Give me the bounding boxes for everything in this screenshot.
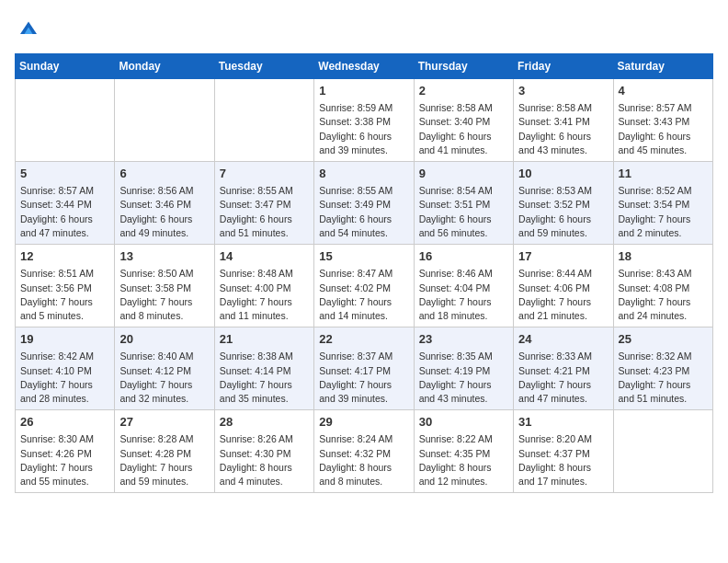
day-number: 12 (20, 248, 109, 265)
day-info: Sunrise: 8:57 AM Sunset: 3:43 PM Dayligh… (619, 101, 708, 157)
calendar-day-cell: 6Sunrise: 8:56 AM Sunset: 3:46 PM Daylig… (115, 162, 214, 245)
calendar-week-row: 5Sunrise: 8:57 AM Sunset: 3:44 PM Daylig… (16, 162, 713, 245)
day-number: 21 (220, 331, 309, 348)
day-info: Sunrise: 8:46 AM Sunset: 4:04 PM Dayligh… (419, 267, 508, 323)
logo-icon (15, 15, 42, 42)
day-number: 27 (119, 414, 209, 431)
day-number: 10 (518, 166, 608, 182)
day-number: 30 (419, 414, 508, 431)
calendar-day-cell (16, 79, 115, 162)
weekday-header: Wednesday (314, 54, 414, 79)
day-info: Sunrise: 8:47 AM Sunset: 4:02 PM Dayligh… (319, 267, 408, 323)
calendar-day-cell: 10Sunrise: 8:53 AM Sunset: 3:52 PM Dayli… (514, 162, 613, 245)
calendar-day-cell: 4Sunrise: 8:57 AM Sunset: 3:43 PM Daylig… (613, 79, 712, 162)
day-number: 1 (319, 83, 408, 99)
calendar-day-cell: 9Sunrise: 8:54 AM Sunset: 3:51 PM Daylig… (414, 162, 513, 245)
day-number: 11 (619, 166, 708, 182)
day-number: 2 (419, 83, 508, 99)
day-info: Sunrise: 8:52 AM Sunset: 3:54 PM Dayligh… (619, 184, 708, 240)
calendar-day-cell: 3Sunrise: 8:58 AM Sunset: 3:41 PM Daylig… (514, 79, 613, 162)
day-number: 4 (619, 83, 708, 99)
day-info: Sunrise: 8:53 AM Sunset: 3:52 PM Dayligh… (518, 184, 608, 240)
day-info: Sunrise: 8:24 AM Sunset: 4:32 PM Dayligh… (319, 432, 408, 488)
day-info: Sunrise: 8:54 AM Sunset: 3:51 PM Dayligh… (419, 184, 508, 240)
day-info: Sunrise: 8:38 AM Sunset: 4:14 PM Dayligh… (220, 350, 309, 406)
calendar-table: SundayMondayTuesdayWednesdayThursdayFrid… (15, 53, 713, 493)
day-info: Sunrise: 8:33 AM Sunset: 4:21 PM Dayligh… (518, 350, 608, 406)
calendar-day-cell: 19Sunrise: 8:42 AM Sunset: 4:10 PM Dayli… (16, 327, 115, 410)
weekday-header: Monday (115, 54, 214, 79)
calendar-day-cell (613, 410, 712, 493)
calendar-day-cell: 2Sunrise: 8:58 AM Sunset: 3:40 PM Daylig… (414, 79, 513, 162)
calendar-week-row: 1Sunrise: 8:59 AM Sunset: 3:38 PM Daylig… (16, 79, 713, 162)
day-number: 17 (518, 248, 608, 265)
day-info: Sunrise: 8:20 AM Sunset: 4:37 PM Dayligh… (518, 432, 608, 488)
calendar-day-cell (214, 79, 313, 162)
day-number: 6 (119, 166, 209, 182)
calendar-day-cell: 26Sunrise: 8:30 AM Sunset: 4:26 PM Dayli… (16, 410, 115, 493)
calendar-day-cell: 31Sunrise: 8:20 AM Sunset: 4:37 PM Dayli… (514, 410, 613, 493)
calendar-day-cell: 25Sunrise: 8:32 AM Sunset: 4:23 PM Dayli… (613, 327, 712, 410)
day-info: Sunrise: 8:58 AM Sunset: 3:41 PM Dayligh… (518, 101, 608, 157)
day-number: 5 (20, 166, 109, 182)
day-info: Sunrise: 8:57 AM Sunset: 3:44 PM Dayligh… (20, 184, 109, 240)
day-number: 19 (20, 331, 109, 348)
day-number: 26 (20, 414, 109, 431)
day-number: 16 (419, 248, 508, 265)
day-number: 20 (119, 331, 209, 348)
weekday-header: Thursday (414, 54, 513, 79)
calendar-day-cell: 17Sunrise: 8:44 AM Sunset: 4:06 PM Dayli… (514, 245, 613, 327)
day-number: 15 (319, 248, 408, 265)
weekday-header: Friday (514, 54, 613, 79)
day-number: 28 (220, 414, 309, 431)
day-info: Sunrise: 8:51 AM Sunset: 3:56 PM Dayligh… (20, 267, 109, 323)
calendar-day-cell: 13Sunrise: 8:50 AM Sunset: 3:58 PM Dayli… (115, 245, 214, 327)
day-number: 31 (518, 414, 608, 431)
calendar-week-row: 19Sunrise: 8:42 AM Sunset: 4:10 PM Dayli… (16, 327, 713, 410)
calendar-day-cell: 11Sunrise: 8:52 AM Sunset: 3:54 PM Dayli… (613, 162, 712, 245)
calendar-day-cell: 24Sunrise: 8:33 AM Sunset: 4:21 PM Dayli… (514, 327, 613, 410)
day-number: 25 (619, 331, 708, 348)
day-number: 22 (319, 331, 408, 348)
day-number: 8 (319, 166, 408, 182)
calendar-day-cell: 23Sunrise: 8:35 AM Sunset: 4:19 PM Dayli… (414, 327, 513, 410)
day-info: Sunrise: 8:42 AM Sunset: 4:10 PM Dayligh… (20, 350, 109, 406)
calendar-day-cell: 22Sunrise: 8:37 AM Sunset: 4:17 PM Dayli… (314, 327, 414, 410)
day-info: Sunrise: 8:30 AM Sunset: 4:26 PM Dayligh… (20, 432, 109, 488)
day-number: 14 (220, 248, 309, 265)
logo (15, 15, 46, 42)
calendar-day-cell: 20Sunrise: 8:40 AM Sunset: 4:12 PM Dayli… (115, 327, 214, 410)
calendar-day-cell: 7Sunrise: 8:55 AM Sunset: 3:47 PM Daylig… (214, 162, 313, 245)
day-number: 18 (619, 248, 708, 265)
day-info: Sunrise: 8:50 AM Sunset: 3:58 PM Dayligh… (119, 267, 209, 323)
day-number: 3 (518, 83, 608, 99)
calendar-day-cell: 28Sunrise: 8:26 AM Sunset: 4:30 PM Dayli… (214, 410, 313, 493)
calendar-header-row: SundayMondayTuesdayWednesdayThursdayFrid… (16, 54, 713, 79)
calendar-day-cell: 5Sunrise: 8:57 AM Sunset: 3:44 PM Daylig… (16, 162, 115, 245)
day-info: Sunrise: 8:48 AM Sunset: 4:00 PM Dayligh… (220, 267, 309, 323)
page-header (15, 15, 713, 42)
calendar-week-row: 26Sunrise: 8:30 AM Sunset: 4:26 PM Dayli… (16, 410, 713, 493)
calendar-day-cell: 29Sunrise: 8:24 AM Sunset: 4:32 PM Dayli… (314, 410, 414, 493)
day-info: Sunrise: 8:55 AM Sunset: 3:49 PM Dayligh… (319, 184, 408, 240)
calendar-day-cell: 14Sunrise: 8:48 AM Sunset: 4:00 PM Dayli… (214, 245, 313, 327)
calendar-day-cell: 21Sunrise: 8:38 AM Sunset: 4:14 PM Dayli… (214, 327, 313, 410)
day-info: Sunrise: 8:43 AM Sunset: 4:08 PM Dayligh… (619, 267, 708, 323)
day-info: Sunrise: 8:56 AM Sunset: 3:46 PM Dayligh… (119, 184, 209, 240)
day-number: 24 (518, 331, 608, 348)
weekday-header: Saturday (613, 54, 712, 79)
day-info: Sunrise: 8:55 AM Sunset: 3:47 PM Dayligh… (220, 184, 309, 240)
calendar-day-cell: 1Sunrise: 8:59 AM Sunset: 3:38 PM Daylig… (314, 79, 414, 162)
weekday-header: Tuesday (214, 54, 313, 79)
day-info: Sunrise: 8:44 AM Sunset: 4:06 PM Dayligh… (518, 267, 608, 323)
calendar-day-cell (115, 79, 214, 162)
calendar-day-cell: 15Sunrise: 8:47 AM Sunset: 4:02 PM Dayli… (314, 245, 414, 327)
day-number: 7 (220, 166, 309, 182)
calendar-day-cell: 16Sunrise: 8:46 AM Sunset: 4:04 PM Dayli… (414, 245, 513, 327)
day-info: Sunrise: 8:26 AM Sunset: 4:30 PM Dayligh… (220, 432, 309, 488)
day-number: 29 (319, 414, 408, 431)
day-number: 23 (419, 331, 508, 348)
calendar-day-cell: 30Sunrise: 8:22 AM Sunset: 4:35 PM Dayli… (414, 410, 513, 493)
day-info: Sunrise: 8:28 AM Sunset: 4:28 PM Dayligh… (119, 432, 209, 488)
day-info: Sunrise: 8:40 AM Sunset: 4:12 PM Dayligh… (119, 350, 209, 406)
